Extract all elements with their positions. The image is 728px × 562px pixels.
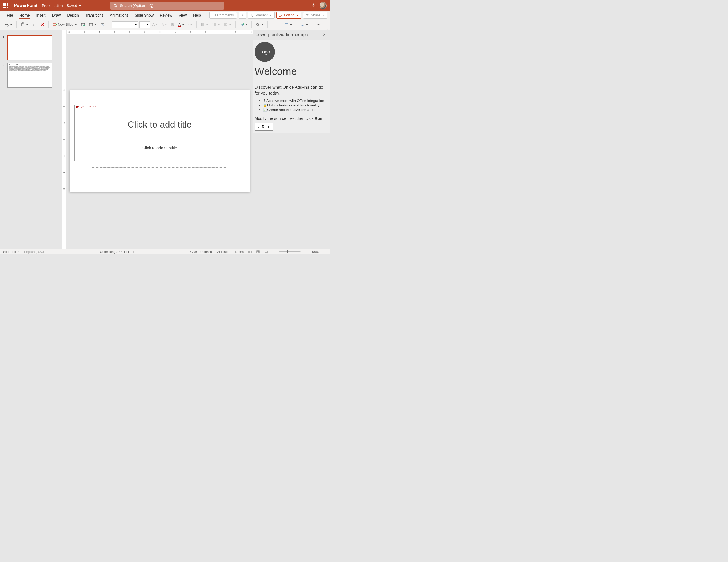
tab-design[interactable]: Design (64, 11, 82, 19)
normal-view-icon[interactable] (248, 250, 252, 254)
chevron-right-icon (257, 125, 260, 128)
catch-up-button[interactable] (239, 12, 246, 19)
horizontal-ruler: 6543210123456 (67, 30, 253, 34)
new-slide-icon (53, 22, 57, 27)
align-button[interactable] (222, 21, 233, 28)
decrease-font-button[interactable]: A▼ (160, 21, 168, 28)
fit-to-window-icon[interactable] (323, 250, 327, 254)
tab-transitions[interactable]: Transitions (82, 11, 107, 19)
slide-thumbnail-2[interactable]: lorem ipsum dolor sit amet Bibendum nequ… (7, 63, 52, 88)
svg-point-43 (256, 23, 259, 25)
zoom-out-icon[interactable]: − (273, 250, 274, 254)
svg-rect-45 (285, 23, 288, 26)
font-size-select[interactable] (139, 21, 150, 28)
find-button[interactable] (254, 21, 265, 28)
save-status[interactable]: Saved (66, 3, 81, 8)
zoom-percent[interactable]: 58% (312, 250, 319, 254)
search-box[interactable] (110, 2, 224, 10)
activity-icon (241, 13, 244, 17)
svg-rect-58 (258, 252, 259, 253)
slide-editor[interactable]: The picture can't be displayed. Click to… (70, 90, 250, 192)
tab-review[interactable]: Review (157, 11, 175, 19)
close-icon[interactable]: ✕ (322, 32, 327, 37)
paste-button[interactable] (19, 21, 30, 28)
shapes-button[interactable] (238, 21, 249, 28)
language-indicator[interactable]: English (U.S.) (24, 250, 44, 254)
feedback-link[interactable]: Give Feedback to Microsoft (190, 250, 229, 254)
tab-file[interactable]: File (4, 11, 16, 19)
tab-draw[interactable]: Draw (49, 11, 64, 19)
subtitle-placeholder[interactable]: Click to add subtitle (92, 144, 227, 168)
title-placeholder[interactable]: Click to add title (92, 107, 227, 142)
svg-rect-0 (3, 3, 5, 5)
slide-thumbnail-1[interactable] (7, 35, 52, 60)
zoom-slider[interactable] (279, 251, 301, 252)
app-launcher-icon[interactable] (0, 0, 11, 11)
editing-mode-button[interactable]: Editing (276, 12, 302, 19)
chart-icon: 📊 (263, 108, 267, 112)
reading-view-icon[interactable] (265, 250, 268, 254)
addin-button[interactable] (283, 21, 293, 28)
chevron-down-icon (182, 24, 184, 25)
modify-instruction: Modify the source files, then click Run. (255, 116, 328, 121)
layout-gallery-button[interactable] (87, 21, 98, 28)
search-input[interactable] (120, 3, 221, 8)
comments-button[interactable]: Comments (209, 12, 237, 19)
delete-button[interactable] (39, 21, 46, 28)
svg-rect-20 (89, 23, 93, 26)
feature-list: 🎖Achieve more with Office integration 🔓U… (255, 99, 328, 112)
sorter-view-icon[interactable] (256, 250, 260, 254)
bullets-button[interactable] (199, 21, 210, 28)
more-commands-button[interactable] (315, 21, 322, 28)
svg-point-26 (201, 23, 202, 24)
reset-slide-button[interactable] (99, 21, 106, 28)
run-button-label: Run (262, 125, 269, 129)
svg-point-9 (114, 4, 116, 6)
vertical-ruler: 3210123 (62, 30, 66, 249)
format-painter-button[interactable] (31, 21, 38, 28)
zoom-in-icon[interactable]: + (305, 250, 307, 254)
svg-point-28 (201, 24, 202, 25)
dictate-button[interactable] (299, 21, 309, 28)
increase-font-button[interactable]: A▲ (151, 21, 159, 28)
slide-canvas[interactable]: 6543210123456 3210123 The picture can't … (59, 30, 253, 249)
chevron-down-icon (147, 24, 149, 25)
svg-point-24 (190, 24, 191, 25)
undo-button[interactable] (3, 21, 14, 28)
document-name[interactable]: Presentation (40, 3, 64, 8)
font-family-select[interactable] (112, 21, 138, 28)
new-slide-button[interactable]: New Slide (51, 21, 78, 28)
share-label: Share (311, 13, 320, 17)
thumb2-body: Bibendum neque egestas congue quisque eg… (8, 66, 52, 71)
slide-layout-button[interactable] (79, 21, 86, 28)
svg-rect-57 (257, 252, 258, 253)
designer-button[interactable] (270, 21, 277, 28)
slide-indicator[interactable]: Slide 1 of 2 (3, 250, 19, 254)
share-icon (306, 13, 309, 17)
tab-home[interactable]: Home (16, 11, 33, 19)
settings-icon[interactable] (311, 3, 316, 9)
font-color-button[interactable]: A (177, 21, 186, 28)
ring-indicator: Outer Ring (PPE) : TIE1 (100, 250, 135, 254)
tab-slideshow[interactable]: Slide Show (132, 11, 157, 19)
present-button[interactable]: Present (248, 12, 275, 19)
tab-animations[interactable]: Animations (107, 11, 132, 19)
task-pane-title: powerpoint-addin-example (256, 32, 309, 37)
bold-button[interactable]: B (170, 21, 176, 28)
present-icon (251, 13, 254, 17)
tab-help[interactable]: Help (190, 11, 204, 19)
user-avatar[interactable] (320, 2, 327, 9)
comments-label: Comments (217, 13, 234, 17)
notes-button[interactable]: Notes (234, 250, 244, 254)
run-button[interactable]: Run (255, 123, 273, 131)
more-font-button[interactable] (187, 21, 194, 28)
numbering-button[interactable]: 123 (211, 21, 221, 28)
svg-rect-18 (81, 23, 85, 26)
svg-point-19 (83, 25, 85, 26)
search-icon (114, 4, 117, 7)
tab-view[interactable]: View (175, 11, 190, 19)
share-button[interactable]: Share (303, 12, 327, 19)
chevron-down-icon (79, 5, 81, 6)
tab-insert[interactable]: Insert (33, 11, 49, 19)
feature-item: Achieve more with Office integration (266, 99, 324, 103)
